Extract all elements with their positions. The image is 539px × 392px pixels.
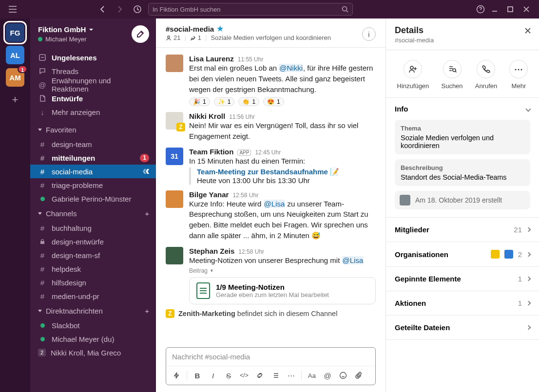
history-back-icon[interactable] <box>96 2 109 16</box>
avatar[interactable] <box>166 190 183 208</box>
hamburger-icon[interactable] <box>6 2 19 16</box>
italic-icon[interactable]: I <box>206 368 220 383</box>
channel-item[interactable]: #hilfsdesign <box>30 276 156 289</box>
channel-topic[interactable]: Soziale Medien verfolgen und koordiniere… <box>211 34 330 41</box>
section-favorites-header[interactable]: Favoriten <box>30 122 156 137</box>
message-author[interactable]: Lisa Laurenz <box>189 55 234 63</box>
workspace-tile[interactable]: AL <box>6 46 24 64</box>
action-add[interactable]: Hinzufügen <box>397 60 429 90</box>
help-icon[interactable] <box>474 2 487 16</box>
dm-item[interactable]: Gabriele Perino-Münster <box>30 192 156 205</box>
hash-icon: # <box>38 140 47 149</box>
dm-item[interactable]: Michael Meyer (du) <box>30 332 156 346</box>
calendar-event[interactable]: Team-Meeting zur Bestandsaufnahme 📝 Heut… <box>189 168 376 185</box>
details-row-members[interactable]: Mitglieder21 <box>386 218 539 242</box>
workspace-tile[interactable]: FG <box>6 23 24 42</box>
nav-show-more[interactable]: ↓Mehr anzeigen <box>30 105 156 119</box>
add-workspace-button[interactable]: + <box>6 91 24 109</box>
channel-item[interactable]: #triage-probleme <box>30 178 156 192</box>
channel-item[interactable]: #design-team-sf <box>30 248 156 262</box>
history-icon[interactable] <box>131 2 144 16</box>
message-author[interactable]: Nikki Kroll <box>189 112 225 120</box>
workspace-tile[interactable]: AM1 <box>6 68 24 87</box>
code-icon[interactable]: </> <box>237 368 251 383</box>
dm-item[interactable]: 2Nikki Kroll, Mia Greco <box>30 346 156 359</box>
close-button[interactable] <box>523 26 532 35</box>
link-icon[interactable] <box>252 368 267 383</box>
member-count[interactable]: 21 <box>166 34 180 41</box>
emoji-icon[interactable] <box>336 368 350 383</box>
details-row-pinned[interactable]: Gepinnte Elemente1 <box>386 267 539 291</box>
workspace-name[interactable]: Fiktion GmbH <box>38 25 94 34</box>
action-call[interactable]: Anrufen <box>475 60 498 90</box>
shortcut-icon[interactable] <box>169 368 184 383</box>
attach-icon[interactable] <box>351 368 366 383</box>
bold-icon[interactable]: B <box>190 368 205 383</box>
avatar[interactable] <box>166 247 183 264</box>
unread-badge: 1 <box>140 154 149 162</box>
pin-count[interactable]: 1 <box>190 34 201 41</box>
attachment-type-label[interactable]: Beitrag▼ <box>189 267 376 274</box>
mention-icon[interactable]: @ <box>320 368 335 383</box>
current-user[interactable]: Michael Meyer <box>38 36 94 43</box>
message-author[interactable]: Team Fiktion <box>189 148 233 156</box>
channel-title[interactable]: #social-media ★ <box>166 24 331 33</box>
window-minimize-icon[interactable] <box>491 6 498 13</box>
channel-item[interactable]: #medien-und-pr <box>30 289 156 303</box>
section-dms-header[interactable]: Direktnachrichten+ <box>30 303 156 318</box>
details-row-actions[interactable]: Aktionen1 <box>386 291 539 316</box>
avatar[interactable]: Z <box>166 112 183 130</box>
add-channel-button[interactable]: + <box>145 209 149 218</box>
window-maximize-icon[interactable] <box>507 6 514 13</box>
more-formatting-icon[interactable]: ⋯ <box>284 368 298 383</box>
hash-icon: # <box>38 224 47 232</box>
info-topic[interactable]: Thema Soziale Medien verfolgen und koord… <box>395 120 530 154</box>
channel-info-button[interactable]: i <box>362 27 376 41</box>
nav-drafts[interactable]: Entwürfe <box>30 92 156 105</box>
reaction[interactable]: 😍1 <box>263 97 284 106</box>
composer-input[interactable]: Nachricht #social-media <box>166 348 375 366</box>
action-more[interactable]: ⋯Mehr <box>509 60 528 90</box>
pin-icon <box>190 35 196 41</box>
hash-icon: # <box>38 265 47 273</box>
nav-mentions[interactable]: @Erwähnungen und Reaktionen <box>30 78 156 92</box>
dm-item[interactable]: Slackbot <box>30 318 156 332</box>
list-icon[interactable] <box>268 368 283 383</box>
channel-item[interactable]: #mitteilungen1 <box>30 151 156 165</box>
info-description[interactable]: Beschreibung Standort des Social-Media-T… <box>395 159 530 186</box>
add-dm-button[interactable]: + <box>145 307 149 315</box>
nav-threads[interactable]: Threads <box>30 64 156 78</box>
text-format-icon[interactable]: Aa <box>305 368 319 383</box>
channel-item[interactable]: design-entwürfe <box>30 235 156 248</box>
history-forward-icon[interactable] <box>113 2 127 16</box>
document-attachment[interactable]: 1/9 Meeting-Notizen Gerade eben zum letz… <box>189 277 376 304</box>
details-row-orgs[interactable]: Organisationen2 <box>386 242 539 267</box>
channel-item[interactable]: #helpdesk <box>30 262 156 276</box>
info-section-header[interactable]: Info <box>386 98 539 120</box>
strike-icon[interactable]: S <box>221 368 236 383</box>
reaction[interactable]: 🎉1 <box>189 97 210 106</box>
message-author[interactable]: Bilge Yanar <box>189 190 229 199</box>
nav-unread[interactable]: Ungelesenes <box>30 51 156 64</box>
message-composer[interactable]: Nachricht #social-media B I S </> ⋯ Aa @ <box>166 347 376 385</box>
message-time: 12:58 Uhr <box>232 192 258 199</box>
compose-button[interactable] <box>132 25 149 43</box>
calendar-app-icon[interactable]: 31 <box>166 148 183 165</box>
avatar[interactable] <box>166 55 183 72</box>
channel-item[interactable]: #buchhaltung <box>30 221 156 235</box>
mention[interactable]: @Lisa <box>342 256 364 264</box>
section-channels-header[interactable]: Channels+ <box>30 205 156 221</box>
action-search[interactable]: Suchen <box>441 60 462 90</box>
channel-item[interactable]: #social-media <box>30 165 156 178</box>
threads-icon <box>38 67 47 75</box>
star-icon[interactable]: ★ <box>217 24 223 33</box>
mention[interactable]: @Lisa <box>264 200 286 208</box>
details-row-files[interactable]: Geteilte Dateien <box>386 316 539 340</box>
global-search[interactable]: In Fiktion GmbH suchen <box>148 3 353 16</box>
window-close-icon[interactable] <box>522 5 530 13</box>
channel-item[interactable]: #design-team <box>30 137 156 151</box>
reaction[interactable]: ✨1 <box>214 97 235 106</box>
message-author[interactable]: Stephan Zeis <box>189 247 234 255</box>
reaction[interactable]: 👏1 <box>238 97 259 106</box>
mention[interactable]: @Nikki <box>279 64 303 72</box>
